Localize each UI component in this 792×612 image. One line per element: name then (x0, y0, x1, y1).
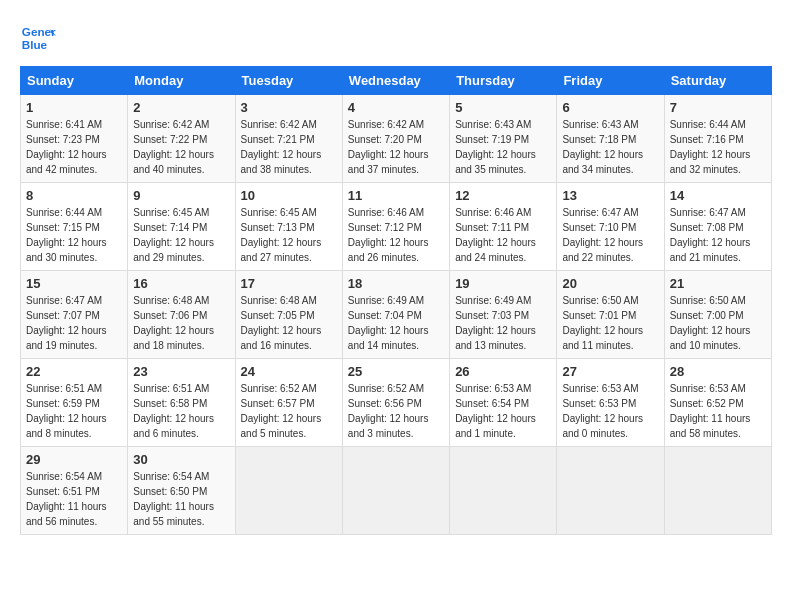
day-info: Sunrise: 6:44 AMSunset: 7:15 PMDaylight:… (26, 207, 107, 263)
calendar-cell (450, 447, 557, 535)
day-info: Sunrise: 6:50 AMSunset: 7:01 PMDaylight:… (562, 295, 643, 351)
day-info: Sunrise: 6:53 AMSunset: 6:54 PMDaylight:… (455, 383, 536, 439)
day-info: Sunrise: 6:47 AMSunset: 7:07 PMDaylight:… (26, 295, 107, 351)
day-info: Sunrise: 6:42 AMSunset: 7:20 PMDaylight:… (348, 119, 429, 175)
day-number: 26 (455, 364, 551, 379)
day-info: Sunrise: 6:45 AMSunset: 7:13 PMDaylight:… (241, 207, 322, 263)
calendar-cell: 19 Sunrise: 6:49 AMSunset: 7:03 PMDaylig… (450, 271, 557, 359)
calendar-cell: 9 Sunrise: 6:45 AMSunset: 7:14 PMDayligh… (128, 183, 235, 271)
calendar-cell (664, 447, 771, 535)
day-info: Sunrise: 6:46 AMSunset: 7:11 PMDaylight:… (455, 207, 536, 263)
calendar-cell: 23 Sunrise: 6:51 AMSunset: 6:58 PMDaylig… (128, 359, 235, 447)
day-number: 9 (133, 188, 229, 203)
day-info: Sunrise: 6:53 AMSunset: 6:52 PMDaylight:… (670, 383, 751, 439)
day-number: 3 (241, 100, 337, 115)
calendar-cell: 28 Sunrise: 6:53 AMSunset: 6:52 PMDaylig… (664, 359, 771, 447)
day-number: 11 (348, 188, 444, 203)
page-header: General Blue (20, 20, 772, 56)
day-number: 17 (241, 276, 337, 291)
day-info: Sunrise: 6:48 AMSunset: 7:06 PMDaylight:… (133, 295, 214, 351)
day-number: 20 (562, 276, 658, 291)
calendar-table: SundayMondayTuesdayWednesdayThursdayFrid… (20, 66, 772, 535)
day-info: Sunrise: 6:49 AMSunset: 7:04 PMDaylight:… (348, 295, 429, 351)
day-number: 4 (348, 100, 444, 115)
day-number: 28 (670, 364, 766, 379)
day-info: Sunrise: 6:42 AMSunset: 7:22 PMDaylight:… (133, 119, 214, 175)
day-info: Sunrise: 6:46 AMSunset: 7:12 PMDaylight:… (348, 207, 429, 263)
day-number: 30 (133, 452, 229, 467)
day-info: Sunrise: 6:52 AMSunset: 6:56 PMDaylight:… (348, 383, 429, 439)
day-number: 25 (348, 364, 444, 379)
day-number: 8 (26, 188, 122, 203)
calendar-cell: 8 Sunrise: 6:44 AMSunset: 7:15 PMDayligh… (21, 183, 128, 271)
calendar-cell: 21 Sunrise: 6:50 AMSunset: 7:00 PMDaylig… (664, 271, 771, 359)
day-info: Sunrise: 6:51 AMSunset: 6:58 PMDaylight:… (133, 383, 214, 439)
day-number: 27 (562, 364, 658, 379)
header-friday: Friday (557, 67, 664, 95)
header-wednesday: Wednesday (342, 67, 449, 95)
day-number: 21 (670, 276, 766, 291)
day-number: 29 (26, 452, 122, 467)
day-number: 6 (562, 100, 658, 115)
logo-icon: General Blue (20, 20, 56, 56)
calendar-cell (235, 447, 342, 535)
day-number: 5 (455, 100, 551, 115)
day-number: 15 (26, 276, 122, 291)
day-info: Sunrise: 6:42 AMSunset: 7:21 PMDaylight:… (241, 119, 322, 175)
week-row-4: 22 Sunrise: 6:51 AMSunset: 6:59 PMDaylig… (21, 359, 772, 447)
logo: General Blue (20, 20, 56, 56)
day-info: Sunrise: 6:41 AMSunset: 7:23 PMDaylight:… (26, 119, 107, 175)
day-number: 12 (455, 188, 551, 203)
calendar-cell: 2 Sunrise: 6:42 AMSunset: 7:22 PMDayligh… (128, 95, 235, 183)
header-monday: Monday (128, 67, 235, 95)
day-number: 18 (348, 276, 444, 291)
calendar-cell: 11 Sunrise: 6:46 AMSunset: 7:12 PMDaylig… (342, 183, 449, 271)
header-tuesday: Tuesday (235, 67, 342, 95)
day-info: Sunrise: 6:53 AMSunset: 6:53 PMDaylight:… (562, 383, 643, 439)
calendar-cell: 15 Sunrise: 6:47 AMSunset: 7:07 PMDaylig… (21, 271, 128, 359)
week-row-1: 1 Sunrise: 6:41 AMSunset: 7:23 PMDayligh… (21, 95, 772, 183)
day-number: 22 (26, 364, 122, 379)
day-number: 10 (241, 188, 337, 203)
calendar-cell: 27 Sunrise: 6:53 AMSunset: 6:53 PMDaylig… (557, 359, 664, 447)
calendar-cell: 5 Sunrise: 6:43 AMSunset: 7:19 PMDayligh… (450, 95, 557, 183)
calendar-cell: 18 Sunrise: 6:49 AMSunset: 7:04 PMDaylig… (342, 271, 449, 359)
day-info: Sunrise: 6:48 AMSunset: 7:05 PMDaylight:… (241, 295, 322, 351)
day-info: Sunrise: 6:47 AMSunset: 7:08 PMDaylight:… (670, 207, 751, 263)
calendar-header-row: SundayMondayTuesdayWednesdayThursdayFrid… (21, 67, 772, 95)
calendar-cell: 13 Sunrise: 6:47 AMSunset: 7:10 PMDaylig… (557, 183, 664, 271)
day-info: Sunrise: 6:43 AMSunset: 7:19 PMDaylight:… (455, 119, 536, 175)
calendar-cell: 12 Sunrise: 6:46 AMSunset: 7:11 PMDaylig… (450, 183, 557, 271)
calendar-cell: 10 Sunrise: 6:45 AMSunset: 7:13 PMDaylig… (235, 183, 342, 271)
day-info: Sunrise: 6:45 AMSunset: 7:14 PMDaylight:… (133, 207, 214, 263)
header-saturday: Saturday (664, 67, 771, 95)
calendar-cell: 24 Sunrise: 6:52 AMSunset: 6:57 PMDaylig… (235, 359, 342, 447)
calendar-cell: 26 Sunrise: 6:53 AMSunset: 6:54 PMDaylig… (450, 359, 557, 447)
header-thursday: Thursday (450, 67, 557, 95)
day-number: 14 (670, 188, 766, 203)
day-info: Sunrise: 6:44 AMSunset: 7:16 PMDaylight:… (670, 119, 751, 175)
calendar-cell: 3 Sunrise: 6:42 AMSunset: 7:21 PMDayligh… (235, 95, 342, 183)
calendar-cell: 7 Sunrise: 6:44 AMSunset: 7:16 PMDayligh… (664, 95, 771, 183)
calendar-cell: 16 Sunrise: 6:48 AMSunset: 7:06 PMDaylig… (128, 271, 235, 359)
day-info: Sunrise: 6:52 AMSunset: 6:57 PMDaylight:… (241, 383, 322, 439)
day-number: 16 (133, 276, 229, 291)
day-number: 7 (670, 100, 766, 115)
calendar-cell (557, 447, 664, 535)
calendar-cell: 1 Sunrise: 6:41 AMSunset: 7:23 PMDayligh… (21, 95, 128, 183)
day-info: Sunrise: 6:50 AMSunset: 7:00 PMDaylight:… (670, 295, 751, 351)
day-number: 2 (133, 100, 229, 115)
day-info: Sunrise: 6:43 AMSunset: 7:18 PMDaylight:… (562, 119, 643, 175)
calendar-cell: 20 Sunrise: 6:50 AMSunset: 7:01 PMDaylig… (557, 271, 664, 359)
week-row-5: 29 Sunrise: 6:54 AMSunset: 6:51 PMDaylig… (21, 447, 772, 535)
calendar-cell: 4 Sunrise: 6:42 AMSunset: 7:20 PMDayligh… (342, 95, 449, 183)
week-row-2: 8 Sunrise: 6:44 AMSunset: 7:15 PMDayligh… (21, 183, 772, 271)
day-info: Sunrise: 6:54 AMSunset: 6:51 PMDaylight:… (26, 471, 107, 527)
day-number: 1 (26, 100, 122, 115)
calendar-cell: 30 Sunrise: 6:54 AMSunset: 6:50 PMDaylig… (128, 447, 235, 535)
day-number: 24 (241, 364, 337, 379)
calendar-cell: 14 Sunrise: 6:47 AMSunset: 7:08 PMDaylig… (664, 183, 771, 271)
header-sunday: Sunday (21, 67, 128, 95)
svg-text:Blue: Blue (22, 38, 48, 51)
calendar-cell: 29 Sunrise: 6:54 AMSunset: 6:51 PMDaylig… (21, 447, 128, 535)
